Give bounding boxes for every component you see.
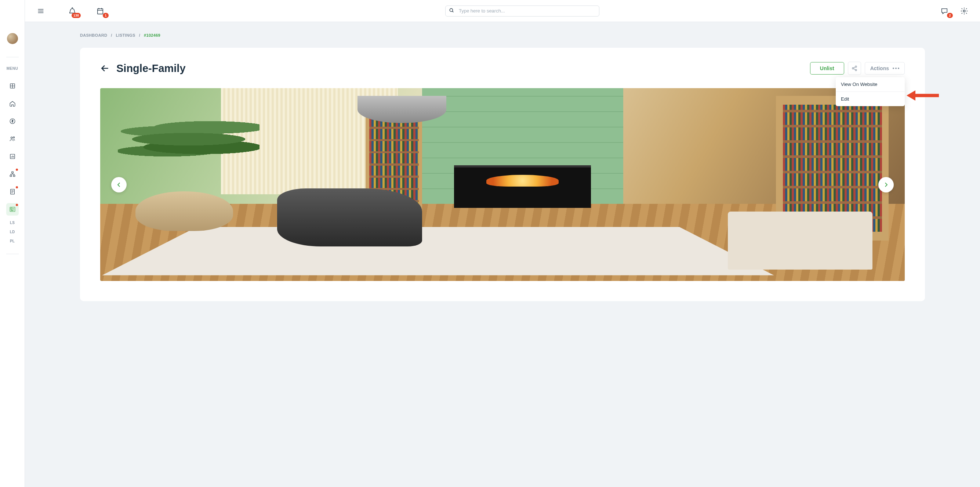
search-input[interactable] [445,5,600,16]
search-wrap [445,5,600,16]
breadcrumb-listings[interactable]: LISTINGS [116,33,135,37]
dropdown-view-on-website[interactable]: View On Website [836,77,905,92]
svg-rect-7 [13,175,15,177]
unlist-button[interactable]: Unlist [810,62,844,75]
actions-button[interactable]: Actions [865,62,905,75]
nav-listings-icon[interactable] [6,203,19,216]
notification-dot [16,204,18,206]
card-header: Single-Family Unlist Actions [100,62,905,75]
nav-people-icon[interactable] [6,133,19,145]
svg-point-2 [11,137,13,139]
breadcrumb-separator: / [139,33,140,37]
sidebar-sub-ls[interactable]: LS [8,221,17,225]
breadcrumb-dashboard[interactable]: DASHBOARD [80,33,107,37]
nav-grid-icon[interactable] [6,80,19,92]
nav-document-icon[interactable] [6,185,19,198]
svg-rect-11 [98,8,103,14]
sidebar-rail: MENU LS LD PL [0,0,25,487]
svg-point-13 [963,10,965,12]
gallery-prev-button[interactable] [111,177,127,192]
chat-badge: 2 [947,13,953,18]
alerts-badge: 138 [72,13,81,18]
svg-point-3 [13,137,14,138]
actions-dropdown: View On Website Edit [836,77,905,106]
nav-dollar-icon[interactable] [6,115,19,128]
annotation-arrow-icon [907,88,940,103]
actions-label: Actions [870,65,889,71]
menu-label: MENU [6,67,18,70]
nav-chart-icon[interactable] [6,150,19,163]
sidebar-sub-pl[interactable]: PL [8,239,17,243]
alerts-icon[interactable]: 138 [68,6,77,16]
svg-point-15 [852,67,854,69]
more-dots-icon [892,67,899,69]
dropdown-edit[interactable]: Edit [836,92,905,106]
topbar: 138 1 2 [25,0,980,22]
svg-rect-5 [11,171,13,173]
svg-rect-6 [10,175,12,177]
page-title: Single-Family [116,62,186,75]
svg-point-12 [450,8,453,11]
avatar[interactable] [7,33,18,44]
calendar-badge: 1 [103,13,109,18]
notification-dot [16,169,18,171]
share-button[interactable] [848,62,861,75]
calendar-icon[interactable]: 1 [95,6,105,16]
svg-rect-10 [11,208,12,209]
gallery-next-button[interactable] [878,177,894,192]
back-arrow-icon[interactable] [100,64,110,73]
menu-toggle-icon[interactable] [36,6,46,16]
breadcrumb: DASHBOARD / LISTINGS / #102469 [80,33,925,37]
chat-icon[interactable]: 2 [940,6,949,16]
nav-hierarchy-icon[interactable] [6,168,19,180]
sidebar-sub-ld[interactable]: LD [8,230,17,234]
listing-gallery [100,88,905,281]
svg-point-16 [855,69,857,71]
breadcrumb-current: #102469 [144,33,161,37]
nav-home-icon[interactable] [6,97,19,110]
breadcrumb-separator: / [111,33,112,37]
listing-card: Single-Family Unlist Actions Vie [80,48,925,301]
settings-icon[interactable] [959,6,969,16]
search-icon [449,8,454,14]
content-area: DASHBOARD / LISTINGS / #102469 Single-Fa… [25,22,980,487]
notification-dot [16,186,18,188]
svg-point-14 [855,66,857,67]
